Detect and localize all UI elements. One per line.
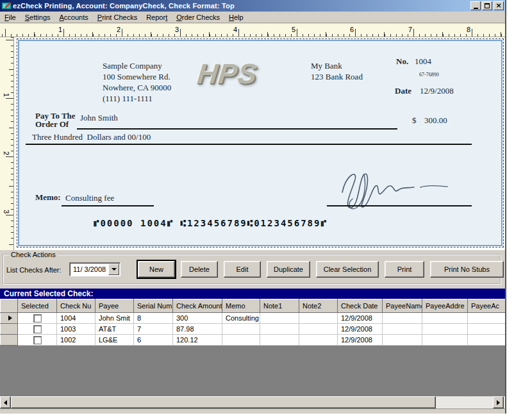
check-preview[interactable]: Sample Company 100 Somewhere Rd. Nowhere… bbox=[18, 40, 502, 246]
check-preview-area: Sample Company 100 Somewhere Rd. Nowhere… bbox=[14, 37, 505, 250]
grid-cell[interactable] bbox=[383, 335, 422, 346]
grid-cell[interactable]: 12/9/2008 bbox=[338, 335, 383, 346]
grid-cell[interactable]: 6 bbox=[134, 335, 173, 346]
grid-cell[interactable] bbox=[422, 324, 468, 335]
menu-order-checks[interactable]: Order Checks bbox=[172, 12, 224, 22]
horizontal-scrollbar[interactable] bbox=[0, 396, 505, 408]
grid-cell[interactable] bbox=[383, 313, 422, 324]
grid-cell[interactable] bbox=[468, 313, 506, 324]
micr-line: ⑈00000 1004⑈ ⑆123456789⑆0123456789⑈ bbox=[94, 218, 328, 228]
grid-column-header[interactable]: Note1 bbox=[260, 299, 299, 313]
ruler-number: 8 bbox=[461, 26, 470, 33]
grid-cell[interactable] bbox=[422, 313, 468, 324]
grid-cell[interactable] bbox=[260, 313, 299, 324]
grid-selector-header[interactable] bbox=[1, 299, 18, 313]
menu-accounts[interactable]: Accounts bbox=[55, 12, 93, 22]
print-no-stubs-button[interactable]: Print No Stubs bbox=[430, 261, 504, 278]
row-selector[interactable] bbox=[1, 313, 18, 324]
scroll-left-button[interactable] bbox=[0, 396, 11, 408]
payee-underline bbox=[77, 128, 397, 130]
grid-cell[interactable]: 12/9/2008 bbox=[338, 313, 383, 324]
grid-column-header[interactable]: Memo bbox=[222, 299, 260, 313]
menu-report[interactable]: Report bbox=[142, 12, 172, 22]
ruler-number: 1 bbox=[1, 90, 10, 99]
chevron-down-icon bbox=[112, 268, 117, 271]
selected-cell[interactable] bbox=[18, 324, 57, 335]
grid-cell[interactable]: 1004 bbox=[57, 313, 95, 324]
grid-cell[interactable] bbox=[299, 313, 338, 324]
grid-cell[interactable]: 120.12 bbox=[173, 335, 222, 346]
menu-settings[interactable]: Settings bbox=[21, 12, 55, 22]
ruler-number: 4 bbox=[228, 26, 237, 33]
company-name: Sample Company bbox=[103, 60, 171, 71]
new-button[interactable]: New bbox=[138, 261, 175, 278]
minimize-button[interactable] bbox=[470, 1, 481, 10]
desktop: ezCheck Printing, Account: CompanyCheck,… bbox=[0, 0, 523, 420]
check-selection-border: Sample Company 100 Somewhere Rd. Nowhere… bbox=[17, 38, 504, 248]
grid-cell[interactable] bbox=[383, 324, 422, 335]
row-checkbox[interactable] bbox=[33, 325, 42, 333]
grid-cell[interactable]: AT&T bbox=[95, 324, 134, 335]
grid-column-header[interactable]: Check Date bbox=[338, 299, 383, 313]
grid-column-header[interactable]: Payee bbox=[95, 299, 134, 313]
row-selector[interactable] bbox=[1, 335, 18, 346]
clear-selection-button[interactable]: Clear Selection bbox=[316, 261, 379, 278]
delete-button[interactable]: Delete bbox=[181, 261, 218, 278]
grid-cell[interactable]: 1003 bbox=[57, 324, 95, 335]
grid-cell[interactable] bbox=[299, 324, 338, 335]
list-checks-after-datepicker[interactable]: 11/ 3/2008 bbox=[69, 262, 120, 276]
grid-column-header[interactable]: Selected bbox=[18, 299, 57, 313]
grid-cell[interactable] bbox=[299, 335, 338, 346]
table-row[interactable]: 1004John Smit8300Consulting12/9/2008 bbox=[1, 313, 506, 324]
grid-cell[interactable] bbox=[468, 324, 506, 335]
grid-cell[interactable] bbox=[222, 324, 260, 335]
row-selector[interactable] bbox=[1, 324, 18, 335]
grid-cell[interactable]: 12/9/2008 bbox=[338, 324, 383, 335]
grid-cell[interactable] bbox=[468, 335, 506, 346]
datepicker-dropdown-button[interactable] bbox=[108, 264, 119, 275]
grid-column-header[interactable]: Check Nu bbox=[57, 299, 95, 313]
grid-cell[interactable]: LG&E bbox=[95, 335, 134, 346]
memo-underline bbox=[62, 205, 154, 206]
restore-button[interactable] bbox=[482, 1, 492, 10]
scroll-right-button[interactable] bbox=[493, 396, 504, 408]
title-bar[interactable]: ezCheck Printing, Account: CompanyCheck,… bbox=[0, 0, 505, 12]
grid-cell[interactable]: 87.98 bbox=[173, 324, 222, 335]
scrollbar-thumb[interactable] bbox=[11, 396, 436, 408]
grid-cell[interactable] bbox=[222, 335, 260, 346]
row-checkbox[interactable] bbox=[33, 314, 42, 323]
grid-cell[interactable]: 1002 bbox=[57, 335, 95, 346]
grid-column-header[interactable]: Check Amount bbox=[173, 299, 222, 313]
menu-print-checks[interactable]: Print Checks bbox=[93, 12, 142, 22]
grid-cell[interactable] bbox=[422, 335, 468, 346]
grid-cell[interactable]: Consulting bbox=[222, 313, 260, 324]
table-row[interactable]: 1002LG&E6120.1212/9/2008 bbox=[1, 335, 506, 346]
current-row-arrow-icon bbox=[8, 315, 12, 321]
grid-cell[interactable]: 7 bbox=[134, 324, 173, 335]
grid-column-header[interactable]: Note2 bbox=[299, 299, 338, 313]
grid-column-header[interactable]: PayeeAddre bbox=[422, 299, 468, 313]
edit-button[interactable]: Edit bbox=[224, 261, 261, 278]
grid-cell[interactable]: 8 bbox=[134, 313, 173, 324]
grid-cell[interactable] bbox=[260, 335, 299, 346]
pay-to-the-order-of-label: Pay To The Order Of bbox=[35, 112, 76, 128]
menu-help[interactable]: Help bbox=[224, 12, 248, 22]
grid-column-header[interactable]: Serial Num bbox=[134, 299, 173, 313]
ruler-number: 2 bbox=[111, 26, 120, 33]
grid-cell[interactable]: John Smit bbox=[95, 313, 134, 324]
list-checks-after-label: List Checks After: bbox=[6, 266, 62, 274]
print-button[interactable]: Print bbox=[385, 261, 424, 278]
row-checkbox[interactable] bbox=[33, 336, 42, 344]
menu-file[interactable]: File bbox=[0, 12, 21, 22]
grid-cell[interactable] bbox=[260, 324, 299, 335]
grid-cell[interactable]: 300 bbox=[173, 313, 222, 324]
grid-column-header[interactable]: PayeeName bbox=[383, 299, 422, 313]
duplicate-button[interactable]: Duplicate bbox=[267, 261, 310, 278]
selected-cell[interactable] bbox=[18, 335, 57, 346]
vertical-ruler: 123 bbox=[0, 37, 14, 250]
restore-icon bbox=[485, 3, 490, 8]
selected-cell[interactable] bbox=[18, 313, 57, 324]
close-button[interactable]: × bbox=[494, 1, 504, 10]
grid-column-header[interactable]: PayeeAc bbox=[468, 299, 506, 313]
table-row[interactable]: 1003AT&T787.9812/9/2008 bbox=[1, 324, 506, 335]
